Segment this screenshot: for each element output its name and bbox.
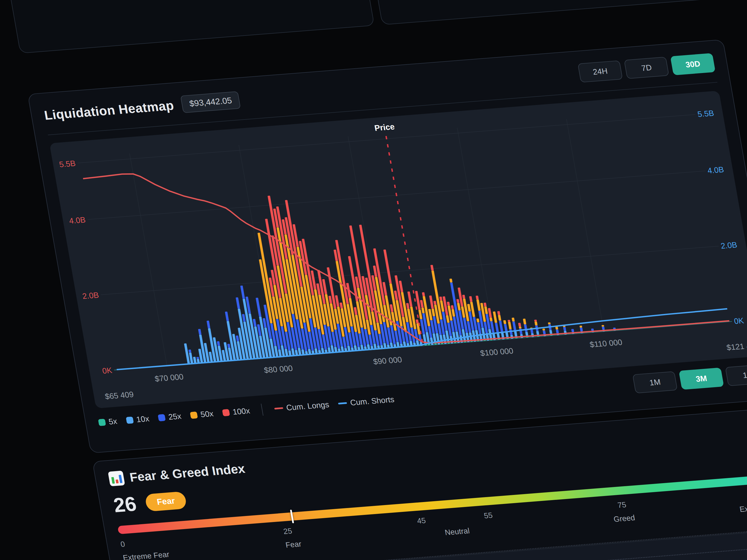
legend-divider bbox=[261, 404, 264, 416]
liq-bar-seg-10x bbox=[278, 349, 282, 357]
liq-bar-seg-100x bbox=[430, 265, 434, 271]
timeframe-button-30d[interactable]: 30D bbox=[670, 53, 716, 75]
fear-greed-status-badge: Fear bbox=[145, 491, 187, 512]
liq-bar-seg-100x bbox=[328, 296, 332, 304]
top-cards-row bbox=[0, 0, 722, 54]
liq-bar-seg-50x bbox=[508, 322, 512, 329]
liq-bar-seg-25x bbox=[519, 328, 522, 334]
legend-swatch bbox=[158, 414, 166, 422]
liq-bar-seg-25x bbox=[563, 327, 566, 331]
legend-label: 10x bbox=[136, 414, 150, 424]
x-axis-label: $70 000 bbox=[154, 373, 184, 383]
liq-bar-seg-25x bbox=[198, 329, 202, 335]
y-axis-left-label: 4.0B bbox=[68, 215, 86, 225]
y-axis-left-label: 0K bbox=[101, 366, 113, 375]
scale-number: 75 bbox=[617, 501, 627, 510]
liq-bar-seg-50x bbox=[503, 320, 506, 324]
legend-item-cum--shorts[interactable]: Cum. Shorts bbox=[337, 395, 395, 408]
liq-bar-seg-25x bbox=[256, 298, 261, 317]
scale-number: 0 bbox=[120, 540, 126, 549]
liq-bar-seg-100x bbox=[456, 299, 459, 303]
range-button-group: 1M 3M 1Y bbox=[633, 364, 747, 393]
liq-bar-seg-100x bbox=[469, 296, 473, 302]
liq-bar-seg-25x bbox=[499, 321, 503, 332]
range-button-1m[interactable]: 1M bbox=[633, 371, 678, 393]
y-axis-left-label: 5.5B bbox=[58, 159, 76, 169]
liq-bar-seg-10x bbox=[430, 337, 434, 345]
liq-bar-seg-10x bbox=[452, 332, 456, 341]
liq-bar-seg-50x bbox=[542, 328, 545, 331]
liq-bar-seg-100x bbox=[420, 300, 424, 308]
liq-bar-seg-100x bbox=[406, 303, 410, 309]
legend-item-100x[interactable]: 100x bbox=[222, 406, 251, 417]
liq-bar-seg-25x bbox=[504, 324, 508, 332]
liq-bar-seg-50x bbox=[452, 309, 455, 316]
liq-bar-seg-100x bbox=[518, 323, 521, 327]
liq-bar-seg-25x bbox=[236, 335, 239, 341]
liq-bar-seg-25x bbox=[188, 350, 191, 353]
liquidation-chart[interactable]: Price0K0K2.0B2.0B4.0B4.0B5.5B5.5B$70 000… bbox=[50, 91, 747, 408]
y-axis-right-label: 5.5B bbox=[697, 108, 715, 119]
x-axis-label: $110 000 bbox=[589, 338, 623, 349]
liq-bar-seg-50x bbox=[579, 326, 582, 328]
x-axis-label: $100 000 bbox=[480, 347, 514, 358]
liq-bar-seg-100x bbox=[422, 292, 425, 296]
legend-label: 50x bbox=[200, 409, 214, 419]
legend-item-10x[interactable]: 10x bbox=[126, 414, 150, 425]
liq-bar-seg-100x bbox=[394, 291, 398, 300]
liq-bar-seg-100x bbox=[447, 302, 450, 305]
liq-bar-seg-100x bbox=[354, 307, 357, 315]
legend-line-swatch bbox=[338, 402, 347, 404]
scale-name: Fear bbox=[285, 540, 302, 550]
x-axis-label: $80 000 bbox=[263, 364, 293, 375]
legend-item-5x[interactable]: 5x bbox=[98, 417, 118, 427]
liq-bar-seg-25x bbox=[495, 323, 499, 332]
liq-bar-seg-10x bbox=[193, 357, 197, 364]
legend-item-cum--longs[interactable]: Cum. Longs bbox=[274, 400, 330, 413]
liq-bar-seg-25x bbox=[531, 330, 534, 333]
legend-swatch bbox=[222, 409, 230, 416]
liq-bar-seg-25x bbox=[524, 324, 528, 332]
liq-bar-seg-10x bbox=[331, 345, 334, 353]
legend-swatch bbox=[126, 416, 134, 424]
liq-bar-seg-50x bbox=[484, 306, 488, 314]
liq-bar-seg-100x bbox=[433, 301, 436, 305]
y-axis-right-label: 4.0B bbox=[707, 165, 725, 175]
liq-bar-seg-100x bbox=[488, 308, 492, 317]
scale-name: Extreme Greed bbox=[739, 501, 747, 514]
liq-bar-seg-25x bbox=[543, 330, 546, 334]
liq-bar-seg-10x bbox=[536, 331, 539, 335]
liq-bar-seg-100x bbox=[439, 297, 442, 301]
price-badge: $93,442.05 bbox=[180, 91, 241, 113]
liq-bar-seg-25x bbox=[242, 314, 246, 322]
liq-bar-seg-50x bbox=[476, 319, 479, 322]
scale-number: 45 bbox=[416, 516, 427, 526]
range-button-3m[interactable]: 3M bbox=[679, 367, 724, 390]
range-button-1y[interactable]: 1Y bbox=[725, 364, 747, 386]
liq-bar-seg-25x bbox=[206, 321, 210, 328]
horizontal-gridline bbox=[101, 246, 719, 295]
timeframe-button-24h[interactable]: 24H bbox=[577, 60, 623, 82]
liq-bar-seg-50x bbox=[449, 279, 453, 282]
liq-bar-seg-50x bbox=[457, 303, 461, 310]
legend-item-50x[interactable]: 50x bbox=[190, 409, 214, 420]
liq-bar-seg-100x bbox=[429, 295, 434, 309]
liq-bar-seg-10x bbox=[285, 349, 288, 357]
liq-bar-seg-25x bbox=[240, 285, 245, 299]
liq-bar-seg-50x bbox=[432, 309, 435, 316]
legend-item-25x[interactable]: 25x bbox=[157, 411, 182, 422]
liq-bar-seg-50x bbox=[498, 315, 501, 321]
liq-bar-seg-50x bbox=[421, 308, 425, 313]
liq-bar-seg-25x bbox=[512, 321, 516, 331]
liq-bar-seg-25x bbox=[591, 328, 594, 331]
bar-chart-icon bbox=[108, 470, 125, 486]
liq-bar-seg-10x bbox=[291, 348, 295, 356]
liq-bar-seg-100x bbox=[476, 296, 479, 299]
liq-bar-seg-10x bbox=[514, 331, 518, 337]
liq-bar-seg-50x bbox=[512, 317, 515, 321]
legend-swatch bbox=[190, 411, 198, 418]
liq-bar-seg-50x bbox=[493, 311, 497, 323]
top-card-left bbox=[0, 0, 375, 54]
timeframe-button-7d[interactable]: 7D bbox=[624, 57, 669, 79]
liq-bar-seg-100x bbox=[483, 303, 486, 307]
